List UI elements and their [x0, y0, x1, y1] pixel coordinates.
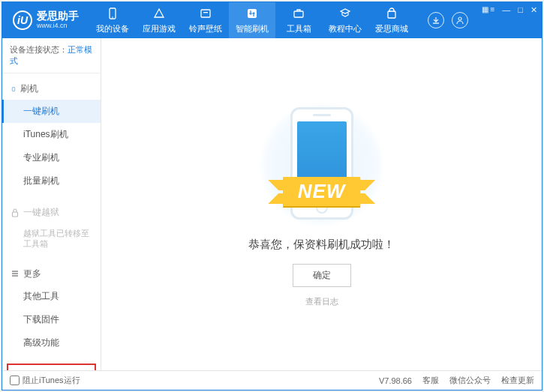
- minimize-button[interactable]: —: [502, 5, 510, 14]
- sidebar: 设备连接状态：正常模式 刷机 一键刷机 iTunes刷机 专业刷机 批量刷机 一…: [2, 38, 101, 370]
- brand: iU 爱思助手 www.i4.cn: [2, 2, 89, 38]
- svg-rect-6: [388, 11, 395, 18]
- sidebar-item-oneclick[interactable]: 一键刷机: [2, 100, 101, 123]
- tutorial-icon: [338, 7, 352, 20]
- wallpaper-icon: [199, 7, 212, 20]
- main-panel: NEW 恭喜您，保资料刷机成功啦！ 确定 查看日志: [101, 38, 542, 370]
- app-title: 爱思助手: [37, 10, 79, 22]
- success-illustration: NEW: [247, 101, 397, 229]
- sidebar-item-firmware[interactable]: 下载固件: [2, 308, 101, 331]
- menu-button[interactable]: ▦ ≡: [482, 5, 495, 13]
- ok-button[interactable]: 确定: [293, 264, 351, 287]
- svg-rect-5: [294, 11, 303, 17]
- statusbar: 阻止iTunes运行 V7.98.66 客服 微信公众号 检查更新: [2, 370, 542, 390]
- user-button[interactable]: [452, 12, 468, 28]
- new-ribbon: NEW: [283, 177, 361, 206]
- nav-toolbox[interactable]: 工具箱: [275, 2, 322, 38]
- svg-rect-8: [12, 87, 14, 91]
- sidebar-hdr-more[interactable]: 更多: [2, 263, 101, 285]
- connection-status: 设备连接状态：正常模式: [2, 38, 101, 73]
- store-icon: [385, 7, 398, 20]
- flash-icon: [245, 7, 259, 20]
- success-message: 恭喜您，保资料刷机成功啦！: [248, 238, 395, 252]
- jailbreak-note: 越狱工具已转移至工具箱: [2, 223, 101, 254]
- sidebar-item-pro[interactable]: 专业刷机: [2, 146, 101, 169]
- svg-rect-3: [203, 12, 208, 13]
- nav-flash[interactable]: 智能刷机: [229, 2, 275, 38]
- sidebar-item-batch[interactable]: 批量刷机: [2, 169, 101, 193]
- svg-rect-2: [201, 10, 210, 17]
- sidebar-item-itunes[interactable]: iTunes刷机: [2, 123, 101, 146]
- nav-tutorial[interactable]: 教程中心: [322, 2, 368, 38]
- titlebar: iU 爱思助手 www.i4.cn 我的设备 应用游戏 铃声壁纸 智能刷机 工具…: [2, 2, 542, 38]
- update-link[interactable]: 检查更新: [501, 375, 534, 386]
- app-window: iU 爱思助手 www.i4.cn 我的设备 应用游戏 铃声壁纸 智能刷机 工具…: [2, 1, 542, 391]
- sidebar-item-advanced[interactable]: 高级功能: [2, 331, 101, 355]
- close-button[interactable]: ✕: [530, 5, 537, 15]
- sidebar-item-other[interactable]: 其他工具: [2, 285, 101, 308]
- phone-icon: [11, 87, 16, 91]
- nav-ringtone[interactable]: 铃声壁纸: [182, 2, 229, 38]
- support-link[interactable]: 客服: [422, 375, 439, 386]
- svg-point-7: [458, 17, 461, 20]
- svg-point-1: [112, 16, 113, 18]
- block-itunes-checkbox[interactable]: 阻止iTunes运行: [10, 375, 80, 386]
- sidebar-hdr-flash[interactable]: 刷机: [2, 78, 101, 100]
- main-nav: 我的设备 应用游戏 铃声壁纸 智能刷机 工具箱 教程中心 爱思商城: [89, 2, 419, 38]
- wechat-link[interactable]: 微信公众号: [449, 375, 491, 386]
- view-log-link[interactable]: 查看日志: [305, 296, 338, 307]
- version-label: V7.98.66: [379, 376, 412, 385]
- window-controls: ▦ ≡ — □ ✕: [477, 2, 542, 38]
- svg-rect-4: [248, 9, 257, 18]
- maximize-button[interactable]: □: [518, 5, 523, 14]
- lock-icon: [11, 208, 19, 217]
- nav-store[interactable]: 爱思商城: [368, 2, 415, 38]
- download-button[interactable]: [428, 12, 444, 28]
- app-url: www.i4.cn: [37, 22, 79, 30]
- menu-icon: [11, 270, 19, 277]
- nav-my-device[interactable]: 我的设备: [89, 2, 136, 38]
- svg-rect-9: [13, 212, 18, 217]
- logo-icon: iU: [13, 10, 32, 30]
- sidebar-hdr-jailbreak: 一键越狱: [2, 202, 101, 223]
- device-icon: [106, 7, 119, 20]
- nav-apps[interactable]: 应用游戏: [136, 2, 182, 38]
- apps-icon: [152, 7, 166, 20]
- options-box: 自动激活 跳过向导: [7, 364, 96, 370]
- toolbox-icon: [292, 7, 305, 20]
